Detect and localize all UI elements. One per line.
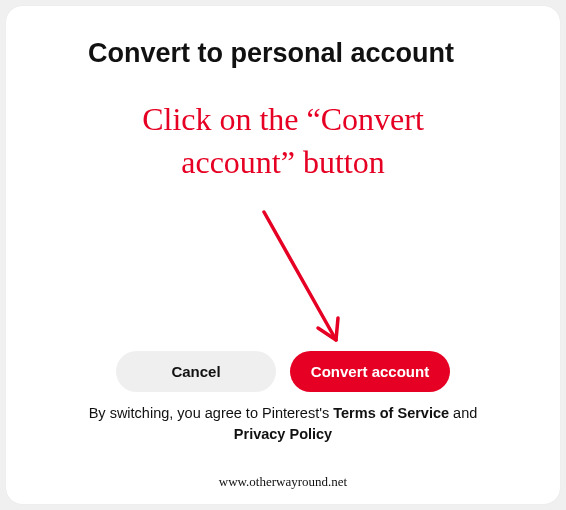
convert-account-button[interactable]: Convert account (290, 351, 450, 392)
disclaimer-prefix: By switching, you agree to Pinterest's (89, 405, 334, 421)
terms-of-service-link[interactable]: Terms of Service (333, 405, 449, 421)
privacy-policy-link[interactable]: Privacy Policy (234, 426, 332, 442)
button-row: Cancel Convert account (6, 351, 560, 392)
disclaimer-mid: and (449, 405, 477, 421)
annotation-wrap: Click on the “Convert account” button (6, 98, 560, 184)
cancel-button[interactable]: Cancel (116, 351, 276, 392)
dialog-title: Convert to personal account (88, 38, 530, 69)
annotation-text: Click on the “Convert account” button (6, 98, 560, 184)
attribution-text: www.otherwayround.net (6, 474, 560, 490)
annotation-line-1: Click on the “Convert (142, 101, 424, 137)
arrow-icon (236, 200, 366, 360)
disclaimer-text: By switching, you agree to Pinterest's T… (6, 403, 560, 447)
dialog-card: Convert to personal account Click on the… (6, 6, 560, 504)
annotation-line-2: account” button (181, 144, 384, 180)
